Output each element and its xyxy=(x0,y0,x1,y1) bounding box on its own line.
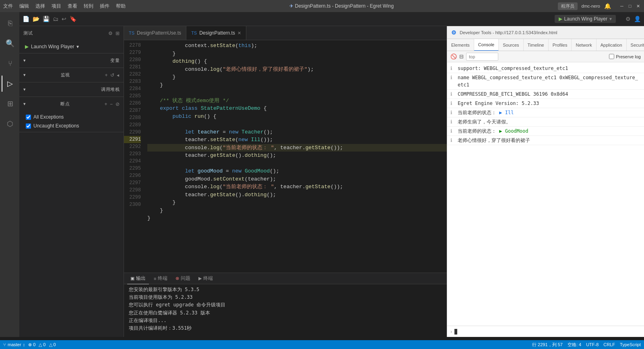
spaces-item[interactable]: 空格: 4 xyxy=(568,342,581,348)
menu-project[interactable]: 项目 xyxy=(52,3,61,10)
panel-tab-output[interactable]: ▣ 输出 xyxy=(127,273,149,284)
console-input-row[interactable]: › xyxy=(447,326,644,337)
sidebar-watch-header[interactable]: ▾ 监视 + ↺ ◂ xyxy=(19,68,124,82)
bp-remove-icon[interactable]: − xyxy=(110,101,113,107)
console-text-5: 当前老师的状态： ▶ Ill xyxy=(458,109,641,116)
console-info-icon-1: ℹ xyxy=(450,65,456,72)
activity-extensions[interactable]: ⊞ xyxy=(2,96,18,112)
tab-close-button[interactable]: ✕ xyxy=(237,31,241,36)
console-info-icon-7: ℹ xyxy=(450,127,456,135)
sidebar-run-header[interactable]: 测试 ⚙ ⊞ xyxy=(19,26,124,40)
settings-icon[interactable]: ⚙ xyxy=(625,16,631,22)
console-line-8: ℹ 老师心情很好，穿了很好看的裙子 xyxy=(447,136,644,145)
extra-label: △ 0 xyxy=(49,342,56,347)
dt-tab-application[interactable]: Application xyxy=(597,39,627,51)
dt-tab-elements[interactable]: Elements xyxy=(447,39,474,51)
dt-tab-security[interactable]: Security xyxy=(627,39,644,51)
bp-add-icon[interactable]: + xyxy=(104,101,107,107)
dt-tab-console[interactable]: Console xyxy=(474,39,499,51)
sidebar-watch-section: ▾ 监视 + ↺ ◂ xyxy=(19,68,124,82)
notification-icon[interactable]: 🔔 xyxy=(604,3,611,9)
line-ending-item[interactable]: CRLF xyxy=(603,342,615,347)
sidebar-breakpoints-header[interactable]: ▾ 断点 + − ⊘ xyxy=(19,97,124,111)
activity-scm[interactable]: ⑂ xyxy=(2,55,18,72)
console-line-4: ℹ Egret Engine Version: 5.2.33 xyxy=(447,99,644,108)
dt-tab-sources[interactable]: Sources xyxy=(499,39,523,51)
bookmark-icon[interactable]: 🔖 xyxy=(70,16,76,22)
sidebar-variables-header[interactable]: ▾ 变量 xyxy=(19,53,124,68)
menu-bar[interactable]: 文件 编辑 选择 项目 查看 转到 插件 帮助 xyxy=(3,3,126,10)
run-dropdown-icon[interactable]: ▾ xyxy=(609,16,612,22)
dt-filter-icon[interactable]: ⊟ xyxy=(459,53,464,60)
window-title: ✈ DesignPattern.ts - DesignPattern - Egr… xyxy=(126,3,558,9)
breakpoint-item-2[interactable]: Uncaught Exceptions xyxy=(19,121,124,130)
bp-checkbox-uncaught[interactable] xyxy=(26,123,31,129)
watch-add-icon[interactable]: + xyxy=(105,72,108,78)
menu-help[interactable]: 帮助 xyxy=(116,3,126,10)
tab-design-pattern[interactable]: TS DesignPattern.ts ✕ xyxy=(186,26,246,40)
dt-preserve-log-checkbox[interactable] xyxy=(609,54,614,59)
activity-egret[interactable]: ⬡ xyxy=(2,116,18,132)
sidebar-callstack-header[interactable]: ▾ 调用堆栈 xyxy=(19,82,124,96)
menu-file[interactable]: 文件 xyxy=(3,3,13,10)
language-item[interactable]: TypeScript xyxy=(620,342,641,347)
activity-debug[interactable]: ▷ xyxy=(2,76,18,92)
menu-goto[interactable]: 转到 xyxy=(84,3,93,10)
save-all-icon[interactable]: 🗂 xyxy=(53,16,58,22)
sidebar-run-icon2[interactable]: ⊞ xyxy=(116,31,120,36)
save-icon[interactable]: 💾 xyxy=(43,16,50,22)
menu-select[interactable]: 选择 xyxy=(35,3,45,10)
new-file-icon[interactable]: 📄 xyxy=(23,16,29,22)
menu-plugins[interactable]: 插件 xyxy=(100,3,109,10)
run-debug-button[interactable]: ▶ Launch Wing Player ▾ xyxy=(23,43,81,51)
console-line-7: ℹ 当前老师的状态： ▶ GoodMood xyxy=(447,127,644,136)
warnings-item[interactable]: △ 0 xyxy=(39,342,45,347)
profile-selector[interactable]: 程序员 xyxy=(558,2,578,10)
run-debug-dropdown[interactable]: ▾ xyxy=(76,44,79,49)
close-button[interactable]: ✕ xyxy=(635,3,641,9)
devtools-console[interactable]: ℹ support: WEBGL_compressed_texture_etc1… xyxy=(447,62,644,326)
panel-tab-problems[interactable]: ⊗ 问题 xyxy=(172,273,194,284)
git-branch-item[interactable]: ⑂ master ↕ xyxy=(3,342,25,347)
tab-design-pattern-use[interactable]: TS DesignPatternUse.ts xyxy=(124,26,186,40)
code-content[interactable]: context.setState(this); } dothing() { co… xyxy=(144,40,447,273)
menu-edit[interactable]: 编辑 xyxy=(19,3,29,10)
dt-tab-network[interactable]: Network xyxy=(572,39,596,51)
console-text-6: 老师生病了，今天请假。 xyxy=(458,118,641,125)
dt-tab-profiles[interactable]: Profiles xyxy=(549,39,572,51)
tab-label-1: DesignPatternUse.ts xyxy=(137,30,181,36)
position-item[interactable]: 行 2291，列 57 xyxy=(532,342,563,348)
sidebar-run-icon1[interactable]: ⚙ xyxy=(108,31,113,36)
launch-button[interactable]: ▶ Launch Wing Player ▾ xyxy=(555,15,616,23)
breakpoint-item-1[interactable]: All Exceptions xyxy=(19,113,124,121)
open-file-icon[interactable]: 📂 xyxy=(33,16,39,22)
activity-explorer[interactable]: ⎘ xyxy=(2,15,18,31)
panel-tab-terminal1[interactable]: ≡ 终端 xyxy=(151,273,171,284)
activity-search[interactable]: 🔍 xyxy=(2,35,18,51)
git-branch-label: master xyxy=(8,342,21,347)
watch-refresh-icon[interactable]: ↺ xyxy=(110,72,115,78)
errors-item[interactable]: ⊗ 0 xyxy=(28,342,35,347)
encoding-item[interactable]: UTF-8 xyxy=(586,342,599,347)
account-icon[interactable]: 👤 xyxy=(634,16,641,22)
undo-icon[interactable]: ↩ xyxy=(62,16,66,22)
code-editor[interactable]: 22782279228022812282 2283228422852286228… xyxy=(124,40,447,273)
toolbar: 📄 📂 💾 🗂 ↩ 🔖 ▶ Launch Wing Player ▾ ⚙ 👤 xyxy=(19,12,644,26)
dt-tab-timeline[interactable]: Timeline xyxy=(524,39,549,51)
console-text-7: 当前老师的状态： ▶ GoodMood xyxy=(458,127,641,135)
warnings-label: △ 0 xyxy=(39,342,45,347)
output-icon: ▣ xyxy=(130,276,134,281)
watch-collapse-icon[interactable]: ◂ xyxy=(117,72,120,78)
dt-filter-input[interactable] xyxy=(466,53,498,61)
bp-toggle-icon[interactable]: ⊘ xyxy=(116,101,120,107)
bp-checkbox-all[interactable] xyxy=(26,115,31,120)
console-line-3: ℹ COMPRESSED_RGB_ETC1_WEBGL 36196 0x8d64 xyxy=(447,90,644,99)
maximize-button[interactable]: □ xyxy=(627,3,633,9)
minimize-button[interactable]: ─ xyxy=(619,3,625,9)
panel-tab-terminal2[interactable]: ▶ 终端 xyxy=(195,273,216,284)
run-debug-icon: ▶ xyxy=(25,44,29,49)
dt-clear-icon[interactable]: 🚫 xyxy=(450,53,457,60)
language-label: TypeScript xyxy=(620,342,641,347)
menu-view[interactable]: 查看 xyxy=(68,3,77,10)
dt-preserve-log-label[interactable]: Preserve log xyxy=(609,54,641,59)
